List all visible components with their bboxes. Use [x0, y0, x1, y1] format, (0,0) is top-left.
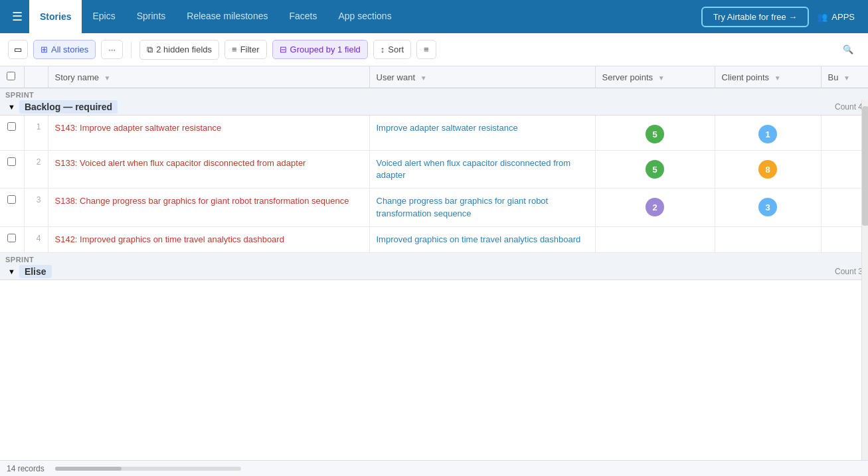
header-server-points[interactable]: Server points ▼ [595, 66, 715, 88]
story-text: S143: Improve adapter saltwater resistan… [55, 123, 222, 133]
row-checkbox[interactable] [7, 234, 16, 242]
table-row[interactable]: 4 S142: Improved graphics on time travel… [0, 226, 868, 252]
story-text: S138: Change progress bar graphics for g… [55, 196, 349, 206]
row-checkbox[interactable] [7, 195, 16, 204]
row-height-icon: ≡ [424, 44, 429, 54]
group-count: Count 4 [835, 102, 863, 112]
grid-view-icon: ⊞ [41, 44, 48, 54]
sprint-label: SPRINT [5, 91, 863, 99]
row-number: 3 [24, 189, 48, 226]
status-bar: 14 records [0, 460, 868, 476]
user-want-cell[interactable]: Change progress bar graphics for giant r… [369, 189, 595, 226]
row-checkbox-cell[interactable] [0, 151, 24, 189]
client-points-cell: 3 [715, 189, 821, 226]
nav-tab-appsections[interactable]: App sections [327, 0, 402, 33]
story-cell[interactable]: S138: Change progress bar graphics for g… [48, 189, 369, 226]
records-count: 14 records [7, 464, 44, 473]
nav-tab-release[interactable]: Release milestones [176, 0, 278, 33]
group-button[interactable]: ⊟ Grouped by 1 field [272, 40, 368, 59]
server-points-cell: 2 [595, 189, 715, 226]
view-selector[interactable]: ⊞ All stories [33, 40, 96, 59]
header-check [0, 66, 24, 88]
table-container: Story name ▼ User want ▼ Server points ▼… [0, 66, 868, 460]
row-checkbox-cell[interactable] [0, 189, 24, 226]
toolbar: ▭ ⊞ All stories ··· ⧉ 2 hidden fields ≡ … [0, 33, 868, 66]
vertical-scrollbar[interactable] [861, 100, 868, 460]
user-want-text: Improve adapter saltwater resistance [377, 123, 518, 133]
sprint-label: SPRINT [5, 256, 863, 264]
table-row[interactable]: 1 S143: Improve adapter saltwater resist… [0, 116, 868, 151]
nav-tab-stories[interactable]: Stories [29, 0, 82, 33]
client-points-cell: 8 [715, 151, 821, 189]
user-want-text: Improved graphics on time travel analyti… [377, 234, 581, 244]
sidebar-icon: ▭ [14, 44, 22, 54]
group-name: Backlog — required [19, 100, 118, 114]
data-table: Story name ▼ User want ▼ Server points ▼… [0, 66, 868, 280]
search-button[interactable]: 🔍 [836, 40, 860, 58]
group-chevron[interactable]: ▼ [8, 268, 15, 276]
nav-tab-epics[interactable]: Epics [82, 0, 126, 33]
row-checkbox[interactable] [7, 122, 16, 131]
user-want-text: Voiced alert when flux capacitor disconn… [377, 158, 571, 180]
filter-icon: ≡ [232, 44, 237, 54]
client-sort-arrow: ▼ [774, 74, 781, 82]
horizontal-scrollbar-track[interactable] [55, 467, 241, 471]
apps-button[interactable]: 👥 APPS [809, 8, 863, 26]
header-user-want[interactable]: User want ▼ [369, 66, 595, 88]
search-icon: 🔍 [843, 44, 853, 54]
group-icon: ⊟ [280, 44, 287, 54]
user-want-text: Change progress bar graphics for giant r… [377, 196, 549, 218]
story-cell[interactable]: S143: Improve adapter saltwater resistan… [48, 116, 369, 151]
header-story-name[interactable]: Story name ▼ [48, 66, 369, 88]
scrollbar-thumb [862, 106, 868, 226]
story-text: S142: Improved graphics on time travel a… [55, 234, 284, 244]
row-checkbox-cell[interactable] [0, 226, 24, 252]
row-number: 2 [24, 151, 48, 189]
table-row[interactable]: 3 S138: Change progress bar graphics for… [0, 189, 868, 226]
story-cell[interactable]: S133: Voiced alert when flux capacitor d… [48, 151, 369, 189]
sort-button[interactable]: ↕ Sort [373, 40, 411, 59]
header-client-points[interactable]: Client points ▼ [715, 66, 821, 88]
header-row-num [24, 66, 48, 88]
row-number: 1 [24, 116, 48, 151]
top-nav: ☰ Stories Epics Sprints Release mileston… [0, 0, 868, 33]
group-name: Elise [19, 265, 52, 278]
hamburger-icon[interactable]: ☰ [5, 4, 29, 29]
row-height-button[interactable]: ≡ [416, 40, 436, 59]
try-airtable-button[interactable]: Try Airtable for free → [701, 7, 810, 27]
row-checkbox-cell[interactable] [0, 116, 24, 151]
apps-icon: 👥 [817, 12, 827, 22]
user-want-cell[interactable]: Improved graphics on time travel analyti… [369, 226, 595, 252]
group-row: SPRINT ▼ Backlog — required Count 4 [0, 88, 868, 116]
story-sort-arrow: ▼ [104, 74, 111, 82]
table-row[interactable]: 2 S133: Voiced alert when flux capacitor… [0, 151, 868, 189]
horizontal-scrollbar-thumb [55, 467, 122, 471]
server-points-cell [595, 226, 715, 252]
row-checkbox[interactable] [7, 157, 16, 166]
select-all-checkbox[interactable] [7, 72, 15, 80]
story-cell[interactable]: S142: Improved graphics on time travel a… [48, 226, 369, 252]
story-text: S133: Voiced alert when flux capacitor d… [55, 158, 306, 168]
server-sort-arrow: ▼ [658, 74, 665, 82]
server-points-cell: 5 [595, 116, 715, 151]
nav-tab-sprints[interactable]: Sprints [126, 0, 177, 33]
header-bu[interactable]: Bu ▼ [821, 66, 868, 88]
group-count: Count 3 [835, 267, 863, 276]
client-points-cell: 1 [715, 116, 821, 151]
bu-sort-arrow: ▼ [843, 74, 850, 82]
client-points-cell [715, 226, 821, 252]
more-options-button[interactable]: ··· [101, 40, 123, 59]
nav-tab-facets[interactable]: Facets [278, 0, 327, 33]
filter-button[interactable]: ≡ Filter [224, 40, 266, 59]
toolbar-separator-1 [131, 42, 131, 58]
sidebar-toggle-button[interactable]: ▭ [8, 40, 28, 59]
user-want-cell[interactable]: Voiced alert when flux capacitor disconn… [369, 151, 595, 189]
group-chevron[interactable]: ▼ [8, 103, 15, 111]
userwant-sort-arrow: ▼ [420, 74, 427, 82]
row-number: 4 [24, 226, 48, 252]
hidden-fields-icon: ⧉ [147, 44, 153, 55]
hidden-fields-button[interactable]: ⧉ 2 hidden fields [139, 40, 219, 60]
sort-icon: ↕ [381, 44, 385, 54]
group-row: SPRINT ▼ Elise Count 3 [0, 252, 868, 279]
user-want-cell[interactable]: Improve adapter saltwater resistance [369, 116, 595, 151]
